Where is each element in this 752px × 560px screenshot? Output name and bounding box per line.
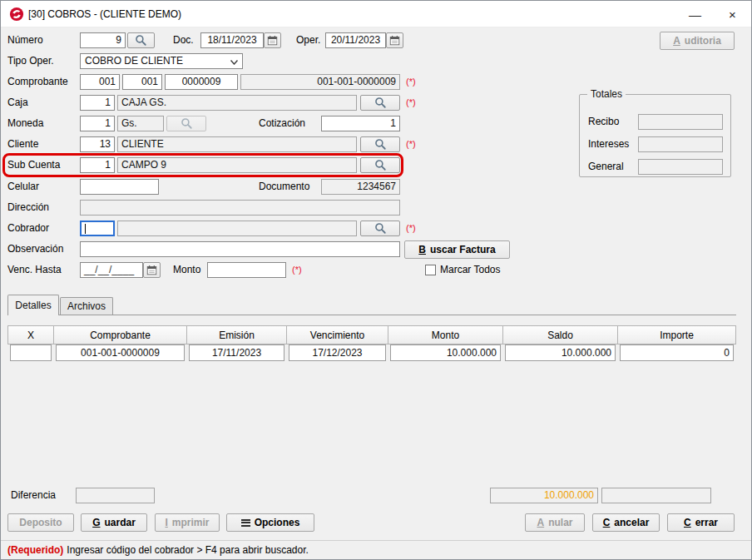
- caja-search-button[interactable]: [360, 95, 400, 111]
- subcuenta-search-button[interactable]: [360, 157, 400, 173]
- cerrar-button[interactable]: Cerrar: [667, 513, 735, 532]
- tab-archivos[interactable]: Archivos: [60, 297, 113, 315]
- total-highlight-field: 10.000.000: [490, 488, 598, 503]
- comprobante-serie1-input[interactable]: 001: [80, 74, 120, 90]
- monto-required-marker: (*): [292, 262, 302, 278]
- table-header-vencimiento: Vencimiento: [286, 325, 388, 344]
- table-cell-comprobante[interactable]: 001-001-0000009: [56, 344, 185, 361]
- recibo-label: Recibo: [588, 114, 619, 130]
- status-required-tag: (Requerido): [7, 544, 63, 556]
- calendar-icon: [389, 35, 400, 46]
- buscar-factura-button[interactable]: Buscar Factura: [404, 240, 510, 259]
- comprobante-numero-input[interactable]: 0000009: [165, 74, 238, 90]
- doc-date-input[interactable]: 18/11/2023: [200, 32, 264, 48]
- caja-codigo-input[interactable]: 1: [80, 95, 115, 111]
- table-header-importe: Importe: [617, 325, 736, 344]
- celular-input[interactable]: [80, 179, 159, 195]
- table-header-comprobante: Comprobante: [53, 325, 187, 344]
- search-icon: [135, 34, 147, 47]
- tipo-oper-value: COBRO DE CLIENTE: [85, 55, 183, 67]
- documento-field: 1234567: [321, 179, 400, 195]
- opciones-label: Opciones: [255, 517, 300, 528]
- totales-legend: Totales: [587, 88, 626, 101]
- cliente-search-button[interactable]: [360, 136, 400, 152]
- cotizacion-label: Cotización: [259, 116, 305, 131]
- minimize-button[interactable]: —: [676, 1, 714, 27]
- table-cell-x[interactable]: [10, 344, 52, 361]
- cotizacion-input[interactable]: 1: [321, 116, 400, 131]
- table-cell-importe[interactable]: 0: [620, 344, 734, 361]
- numero-search-button[interactable]: [127, 32, 155, 48]
- tab-detalles[interactable]: Detalles: [7, 295, 59, 315]
- oper-label: Oper.: [296, 32, 320, 48]
- text-caret: [85, 224, 86, 234]
- table-header-x: X: [7, 325, 54, 344]
- comprobante-required-marker: (*): [406, 74, 416, 90]
- auditoria-button[interactable]: Auditoria: [660, 32, 735, 50]
- celular-label: Celular: [7, 179, 39, 195]
- tab-detalles-label: Detalles: [15, 300, 51, 311]
- cliente-label: Cliente: [7, 136, 38, 152]
- tab-separator-line: [7, 315, 736, 315]
- calendar-icon: [146, 265, 157, 275]
- numero-input[interactable]: 9: [80, 32, 126, 48]
- menu-icon: [241, 519, 250, 527]
- oper-date-input[interactable]: 20/11/2023: [325, 32, 386, 48]
- direccion-label: Dirección: [7, 200, 49, 216]
- numero-label: Número: [7, 32, 43, 48]
- cancelar-button[interactable]: Cancelar: [592, 513, 660, 532]
- table-header-emision: Emisión: [186, 325, 287, 344]
- comprobante-serie2-input[interactable]: 001: [122, 74, 162, 90]
- recibo-field: [638, 114, 723, 130]
- venc-hasta-input[interactable]: __/__/____: [80, 262, 143, 278]
- doc-calendar-button[interactable]: [264, 32, 281, 48]
- table-cell-saldo[interactable]: 10.000.000: [505, 344, 616, 361]
- moneda-search-button[interactable]: [166, 116, 206, 131]
- table-cell-emision[interactable]: 17/11/2023: [189, 344, 284, 361]
- cobros-window: [30] COBROS - (CLIENTE DEMO) — × Número …: [0, 0, 752, 560]
- cobrador-codigo-input[interactable]: [80, 221, 115, 236]
- search-icon: [374, 159, 387, 171]
- observacion-input[interactable]: [80, 241, 400, 257]
- table-cell-vencimiento[interactable]: 17/12/2023: [289, 344, 386, 361]
- tipo-oper-select[interactable]: COBRO DE CLIENTE: [80, 53, 243, 69]
- imprimir-button[interactable]: Imprimir: [155, 513, 220, 532]
- cliente-required-marker: (*): [406, 136, 416, 152]
- tab-archivos-label: Archivos: [67, 300, 106, 312]
- cobrador-nombre-field: [117, 221, 357, 236]
- caja-label: Caja: [7, 95, 28, 111]
- cobrador-search-button[interactable]: [360, 221, 400, 236]
- app-logo-icon: [9, 7, 24, 22]
- anular-button[interactable]: Anular: [525, 513, 585, 532]
- table-cell-monto[interactable]: 10.000.000: [390, 344, 501, 361]
- comprobante-label: Comprobante: [7, 74, 68, 90]
- moneda-nombre-field: Gs.: [117, 116, 164, 131]
- venc-hasta-calendar-button[interactable]: [143, 262, 161, 278]
- venc-hasta-label: Venc. Hasta: [7, 262, 62, 278]
- guardar-button[interactable]: Guardar: [81, 513, 147, 532]
- diferencia-label: Diferencia: [11, 488, 56, 503]
- opciones-button[interactable]: Opciones: [226, 513, 314, 532]
- subcuenta-codigo-input[interactable]: 1: [80, 157, 115, 173]
- close-button[interactable]: ×: [714, 1, 751, 27]
- calendar-icon: [267, 35, 278, 46]
- cobrador-required-marker: (*): [406, 221, 416, 236]
- marcar-todos-label: Marcar Todos: [440, 262, 500, 278]
- monto-label: Monto: [173, 262, 200, 278]
- observacion-label: Observación: [7, 241, 63, 257]
- window-title: [30] COBROS - (CLIENTE DEMO): [28, 1, 181, 27]
- diferencia-field: [76, 488, 155, 503]
- tipo-oper-label: Tipo Oper.: [7, 53, 54, 69]
- moneda-codigo-input[interactable]: 1: [80, 116, 115, 131]
- moneda-label: Moneda: [7, 116, 43, 131]
- table-header-saldo: Saldo: [502, 325, 618, 344]
- total-secondary-field: [601, 488, 711, 503]
- subcuenta-nombre-field: CAMPO 9: [117, 157, 357, 173]
- cliente-codigo-input[interactable]: 13: [80, 136, 115, 152]
- intereses-label: Intereses: [588, 136, 629, 152]
- deposito-button[interactable]: Deposito: [7, 513, 74, 532]
- marcar-todos-checkbox[interactable]: [425, 265, 436, 275]
- oper-calendar-button[interactable]: [386, 32, 403, 48]
- caja-nombre-field: CAJA GS.: [117, 95, 357, 111]
- monto-input[interactable]: [207, 262, 286, 278]
